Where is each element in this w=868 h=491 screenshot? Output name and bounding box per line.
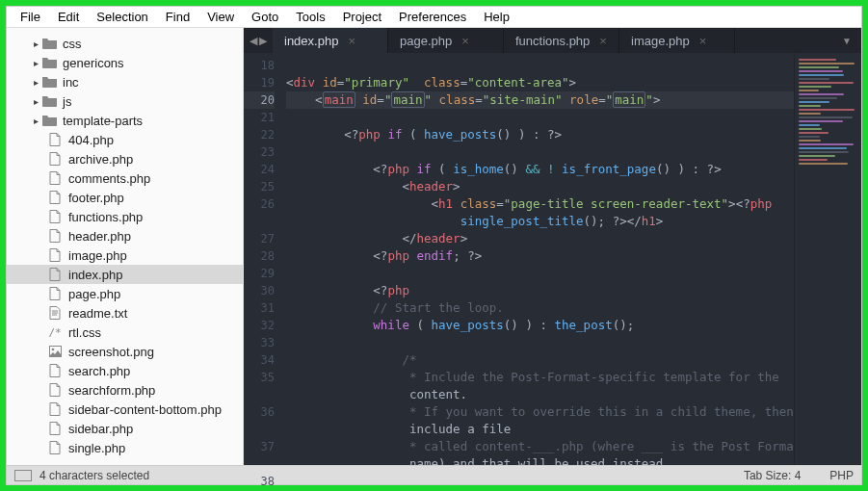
- chevron-right-icon: ▸: [30, 96, 41, 107]
- code-line[interactable]: <?php endif; ?>: [286, 247, 794, 265]
- menu-file[interactable]: File: [13, 8, 48, 26]
- status-tabsize[interactable]: Tab Size: 4: [744, 469, 801, 482]
- minimap-line: [799, 163, 848, 165]
- tab-nav: ◀ ▶: [244, 28, 273, 53]
- code-line[interactable]: single_post_title(); ?></h1>: [286, 213, 794, 230]
- menu-preferences[interactable]: Preferences: [391, 8, 474, 26]
- code-line[interactable]: [286, 109, 794, 126]
- minimap[interactable]: [794, 53, 861, 465]
- folder-label: css: [63, 37, 82, 51]
- file-404-php[interactable]: 404.php: [7, 130, 243, 149]
- file-icon: [47, 287, 63, 300]
- code-line[interactable]: <main id="main" class="site-main" role="…: [286, 91, 794, 109]
- file-label: search.php: [68, 364, 130, 378]
- code-line[interactable]: <?php if ( is_home() && ! is_front_page(…: [286, 161, 794, 178]
- folder-css[interactable]: ▸css: [7, 34, 243, 53]
- file-footer-php[interactable]: footer.php: [7, 188, 243, 207]
- code-line[interactable]: include a file: [286, 421, 794, 438]
- code-line[interactable]: </header>: [286, 230, 794, 247]
- file-icon: [47, 191, 63, 204]
- tab-overflow-icon[interactable]: ▼: [832, 28, 861, 53]
- file-icon: [47, 171, 63, 185]
- file-search-php[interactable]: search.php: [7, 361, 243, 380]
- code-line[interactable]: [286, 334, 794, 351]
- line-number: [244, 213, 275, 230]
- tab-index-php[interactable]: index.php×: [273, 28, 388, 53]
- status-bar: 4 characters selected Tab Size: 4 PHP: [7, 465, 861, 484]
- file-sidebar-content-bottom-php[interactable]: sidebar-content-bottom.php: [7, 400, 243, 419]
- code-line[interactable]: * called content-___.php (where ___ is t…: [286, 438, 794, 455]
- minimap-line: [799, 116, 853, 118]
- file-header-php[interactable]: header.php: [7, 226, 243, 246]
- menu-help[interactable]: Help: [476, 8, 517, 26]
- menu-project[interactable]: Project: [335, 8, 389, 26]
- file-icon: [47, 364, 63, 377]
- menu-tools[interactable]: Tools: [288, 8, 332, 26]
- code-line[interactable]: <h1 class="page-title screen-reader-text…: [286, 195, 794, 213]
- code-line[interactable]: while ( have_posts() ) : the_post();: [286, 317, 794, 334]
- code-line[interactable]: <header>: [286, 178, 794, 195]
- folder-genericons[interactable]: ▸genericons: [7, 53, 243, 72]
- code-line[interactable]: [286, 57, 794, 74]
- close-icon[interactable]: ×: [461, 34, 469, 48]
- line-number: 29: [244, 265, 275, 282]
- tab-image-php[interactable]: image.php×: [619, 28, 735, 53]
- menu-view[interactable]: View: [199, 8, 242, 26]
- line-number: 30: [244, 282, 275, 299]
- line-number: 25: [244, 178, 275, 195]
- tab-prev-icon[interactable]: ◀: [250, 35, 257, 47]
- file-icon: [47, 441, 63, 454]
- file-sidebar-php[interactable]: sidebar.php: [7, 419, 243, 438]
- code-line[interactable]: * If you want to override this in a chil…: [286, 403, 794, 421]
- minimap-line: [799, 113, 821, 115]
- minimap-line: [799, 151, 849, 153]
- folder-inc[interactable]: ▸inc: [7, 72, 243, 91]
- code-line[interactable]: [286, 265, 794, 282]
- css-file-icon: /*: [47, 325, 63, 339]
- code-line[interactable]: <?php: [286, 282, 794, 299]
- menu-bar: FileEditSelectionFindViewGotoToolsProjec…: [7, 7, 861, 28]
- code-line[interactable]: [286, 143, 794, 161]
- image-icon: [47, 345, 63, 358]
- tab-label: image.php: [631, 34, 690, 48]
- close-icon[interactable]: ×: [599, 34, 607, 48]
- code-line[interactable]: * Include the Post-Format-specific templ…: [286, 369, 794, 386]
- minimap-line: [799, 109, 855, 111]
- file-functions-php[interactable]: functions.php: [7, 207, 243, 226]
- file-page-php[interactable]: page.php: [7, 284, 243, 303]
- minimap-line: [799, 147, 847, 149]
- file-searchform-php[interactable]: searchform.php: [7, 380, 243, 400]
- menu-find[interactable]: Find: [158, 8, 197, 26]
- code-line[interactable]: name) and that will be used instead.: [286, 455, 794, 465]
- file-single-php[interactable]: single.php: [7, 438, 243, 457]
- folder-template-parts[interactable]: ▸template-parts: [7, 111, 243, 130]
- minimap-line: [799, 124, 820, 126]
- code-line[interactable]: /*: [286, 351, 794, 369]
- menu-goto[interactable]: Goto: [244, 8, 286, 26]
- code-line[interactable]: <div id="primary" class="content-area">: [286, 74, 794, 91]
- file-index-php[interactable]: index.php: [7, 265, 243, 284]
- file-comments-php[interactable]: comments.php: [7, 168, 243, 188]
- folder-js[interactable]: ▸js: [7, 91, 243, 111]
- status-language[interactable]: PHP: [829, 469, 854, 482]
- close-icon[interactable]: ×: [348, 34, 355, 48]
- file-image-php[interactable]: image.php: [7, 246, 243, 265]
- folder-label: js: [63, 94, 71, 109]
- code-area[interactable]: <div id="primary" class="content-area"> …: [282, 53, 794, 465]
- code-line[interactable]: <?php if ( have_posts() ) : ?>: [286, 126, 794, 143]
- menu-selection[interactable]: Selection: [89, 8, 155, 26]
- code-line[interactable]: content.: [286, 386, 794, 403]
- code-line[interactable]: // Start the loop.: [286, 299, 794, 317]
- panel-toggle-icon[interactable]: [14, 470, 32, 481]
- file-archive-php[interactable]: archive.php: [7, 149, 243, 168]
- file-readme-txt[interactable]: readme.txt: [7, 303, 243, 323]
- line-number: [244, 455, 275, 473]
- menu-edit[interactable]: Edit: [50, 8, 87, 26]
- file-screenshot-png[interactable]: screenshot.png: [7, 342, 243, 361]
- tab-page-php[interactable]: page.php×: [388, 28, 504, 53]
- close-icon[interactable]: ×: [699, 34, 707, 48]
- tab-functions-php[interactable]: functions.php×: [504, 28, 619, 53]
- file-rtl-css[interactable]: /*rtl.css: [7, 323, 243, 342]
- tab-next-icon[interactable]: ▶: [259, 35, 267, 47]
- file-label: footer.php: [68, 191, 124, 205]
